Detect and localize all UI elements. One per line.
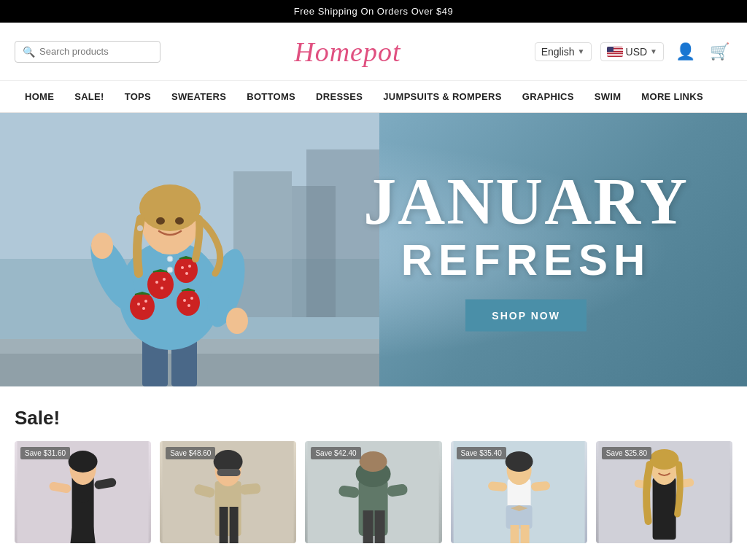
svg-point-22 xyxy=(185,272,188,275)
svg-rect-57 xyxy=(375,510,385,543)
nav-item-home[interactable]: HOME xyxy=(15,82,64,111)
product-card-5[interactable]: Save $25.80 xyxy=(596,441,732,543)
svg-point-77 xyxy=(649,449,678,470)
svg-point-13 xyxy=(91,233,113,259)
svg-rect-51 xyxy=(240,483,261,495)
svg-point-18 xyxy=(160,287,163,289)
search-bar[interactable]: 🔍 xyxy=(15,41,160,63)
product-card-3[interactable]: Save $42.40 xyxy=(305,441,441,543)
hero-model-image xyxy=(0,113,379,386)
svg-point-35 xyxy=(175,217,184,225)
svg-rect-66 xyxy=(510,525,519,543)
language-chevron-icon: ▼ xyxy=(578,47,585,55)
nav-item-more[interactable]: MORE LINKS xyxy=(631,82,713,111)
save-badge-1: Save $31.60 xyxy=(20,447,70,459)
svg-point-26 xyxy=(142,307,145,310)
hero-title-refresh: REFRESH xyxy=(363,234,689,284)
svg-point-20 xyxy=(181,266,184,269)
save-badge-5: Save $25.80 xyxy=(602,447,651,459)
nav-item-jumpsuits[interactable]: JUMPSUITS & ROMPERS xyxy=(373,82,511,111)
svg-point-36 xyxy=(137,225,143,231)
header-controls: English ▼ USD ▼ 👤 🛒 xyxy=(535,39,732,64)
nav-item-tops[interactable]: TOPS xyxy=(115,82,161,111)
hero-shop-now-button[interactable]: SHOP NOW xyxy=(465,299,587,331)
svg-point-34 xyxy=(156,217,165,225)
svg-point-16 xyxy=(155,281,158,284)
hero-model-svg xyxy=(0,113,379,386)
promo-text: Free Shipping On Orders Over $49 xyxy=(294,6,453,17)
product-image-5: Save $25.80 xyxy=(596,441,732,543)
svg-rect-56 xyxy=(363,510,374,543)
svg-point-28 xyxy=(183,299,186,302)
svg-point-27 xyxy=(177,289,200,316)
products-grid: Save $31.60 Save $48.60 xyxy=(0,441,747,558)
product-image-4: Save $35.40 xyxy=(451,441,587,543)
promo-banner: Free Shipping On Orders Over $49 xyxy=(0,0,747,23)
currency-chevron-icon: ▼ xyxy=(650,47,657,55)
main-nav: HOME SALE! TOPS SWEATERS BOTTOMS DRESSES… xyxy=(0,81,747,113)
nav-item-dresses[interactable]: DRESSES xyxy=(306,82,373,111)
save-badge-2: Save $48.60 xyxy=(166,447,215,459)
save-badge-3: Save $42.40 xyxy=(311,447,360,459)
sale-section-title: Sale! xyxy=(0,386,747,441)
nav-item-sweaters[interactable]: SWEATERS xyxy=(161,82,236,111)
hero-content: JANUARY REFRESH SHOP NOW xyxy=(363,168,689,331)
svg-point-21 xyxy=(188,265,191,268)
svg-point-29 xyxy=(190,297,193,300)
svg-point-14 xyxy=(226,308,248,334)
svg-point-23 xyxy=(130,292,155,320)
nav-item-swim[interactable]: SWIM xyxy=(584,82,632,111)
svg-point-25 xyxy=(144,300,147,303)
svg-point-17 xyxy=(163,278,166,281)
product-card-4[interactable]: Save $35.40 xyxy=(451,441,587,543)
svg-rect-48 xyxy=(230,507,239,543)
svg-point-33 xyxy=(139,184,201,231)
us-flag-icon xyxy=(607,47,623,57)
currency-selector[interactable]: USD ▼ xyxy=(600,42,664,61)
svg-rect-2 xyxy=(233,171,292,317)
product-image-2: Save $48.60 xyxy=(160,441,296,543)
svg-point-38 xyxy=(167,267,173,273)
language-selector[interactable]: English ▼ xyxy=(535,42,592,61)
svg-rect-47 xyxy=(220,507,228,543)
site-logo[interactable]: Homepot xyxy=(294,36,400,68)
account-button[interactable]: 👤 xyxy=(673,39,698,64)
product-image-3: Save $42.40 xyxy=(305,441,441,543)
svg-rect-67 xyxy=(520,525,529,543)
svg-point-15 xyxy=(147,270,174,299)
account-icon: 👤 xyxy=(676,42,695,61)
svg-point-37 xyxy=(167,256,173,262)
sale-section: Sale! Save $31.60 xyxy=(0,386,747,558)
svg-point-24 xyxy=(137,303,140,306)
nav-item-bottoms[interactable]: BOTTOMS xyxy=(236,82,306,111)
search-input[interactable] xyxy=(39,46,152,57)
language-label: English xyxy=(541,46,575,58)
hero-banner: JANUARY REFRESH SHOP NOW xyxy=(0,113,747,386)
hero-title-january: JANUARY xyxy=(363,168,689,234)
product-card-1[interactable]: Save $31.60 xyxy=(15,441,151,543)
nav-item-sale[interactable]: SALE! xyxy=(64,82,115,111)
svg-point-71 xyxy=(505,451,533,472)
svg-rect-73 xyxy=(652,478,676,540)
search-icon: 🔍 xyxy=(23,46,35,58)
nav-item-graphics[interactable]: GRAPHICS xyxy=(512,82,584,111)
svg-rect-53 xyxy=(217,469,241,476)
svg-point-30 xyxy=(187,304,190,307)
product-card-2[interactable]: Save $48.60 xyxy=(160,441,296,543)
cart-icon: 🛒 xyxy=(710,42,729,61)
product-image-1: Save $31.60 xyxy=(15,441,151,543)
svg-point-44 xyxy=(69,451,98,472)
svg-point-62 xyxy=(360,451,387,472)
currency-label: USD xyxy=(626,46,648,58)
save-badge-4: Save $35.40 xyxy=(457,447,506,459)
site-header: 🔍 Homepot English ▼ USD ▼ 👤 🛒 xyxy=(0,23,747,81)
cart-button[interactable]: 🛒 xyxy=(707,39,732,64)
